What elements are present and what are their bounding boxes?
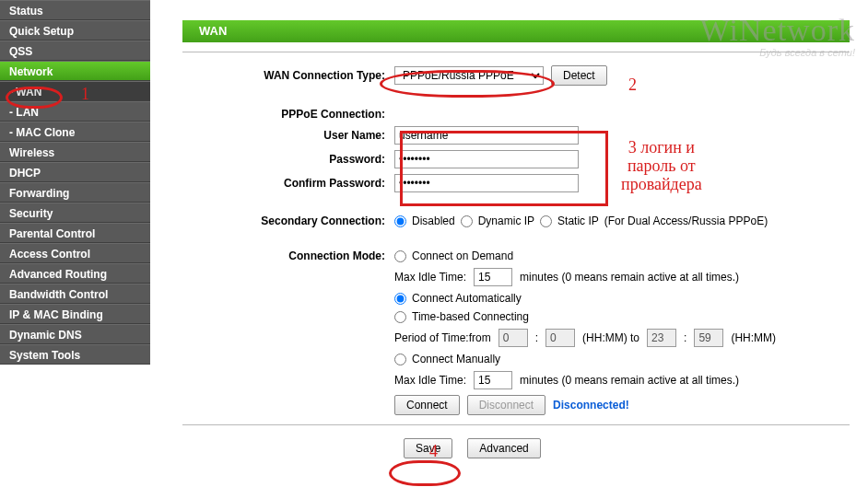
label-max-idle-1: Max Idle Time: [394,271,466,284]
confirm-password-input[interactable] [394,174,579,192]
label-password: Password: [182,153,394,166]
sidebar-item-access-control[interactable]: Access Control [0,243,150,263]
wan-connection-type-select[interactable]: PPPoE/Russia PPPoE [394,66,544,85]
save-button[interactable]: Save [404,438,452,458]
detect-button[interactable]: Detect [551,65,607,86]
sidebar-item-bandwidth-control[interactable]: Bandwidth Control [0,284,150,304]
sidebar-item-dynamic-dns[interactable]: Dynamic DNS [0,324,150,344]
connection-status: Disconnected! [553,399,629,412]
period-from-mm[interactable] [545,329,575,347]
sidebar-item-forwarding[interactable]: Forwarding [0,182,150,203]
advanced-button[interactable]: Advanced [467,438,540,458]
password-input[interactable] [394,150,579,168]
sidebar-item-quick-setup[interactable]: Quick Setup [0,20,150,41]
sidebar-item-system-tools[interactable]: System Tools [0,344,150,365]
label-period-prefix: Period of Time:from [394,331,491,344]
username-input[interactable] [394,126,579,145]
page-title: WAN [182,20,850,42]
label-idle-unit-2: minutes (0 means remain active at all ti… [520,374,739,387]
connect-button[interactable]: Connect [394,395,460,415]
label-pppoe-section: PPPoE Connection: [182,108,394,121]
radio-connect-automatically[interactable]: Connect Automatically [394,292,522,305]
sidebar-item-status[interactable]: Status [0,0,150,20]
period-from-hh[interactable] [499,329,528,347]
sidebar-item-wireless[interactable]: Wireless [0,142,150,162]
sidebar-item-mac-clone[interactable]: - MAC Clone [0,122,150,142]
sidebar-item-security[interactable]: Security [0,203,150,223]
sidebar: Status Quick Setup QSS Network - WAN - L… [0,0,150,365]
label-hhmm-to: (HH:MM) to [582,331,639,344]
period-to-hh[interactable] [647,329,676,347]
sidebar-item-ip-mac-binding[interactable]: IP & MAC Binding [0,304,150,324]
period-to-mm[interactable] [694,329,723,347]
label-username: User Name: [182,129,394,142]
divider-bottom [182,424,850,425]
radio-connect-manually[interactable]: Connect Manually [394,353,500,365]
sidebar-item-network[interactable]: Network [0,61,150,81]
label-conn-type: WAN Connection Type: [182,69,394,82]
disconnect-button[interactable]: Disconnect [467,395,545,415]
radio-time-based[interactable]: Time-based Connecting [394,310,529,323]
sidebar-item-dhcp[interactable]: DHCP [0,162,150,182]
sidebar-item-wan[interactable]: - WAN [0,81,150,101]
divider [182,52,850,52]
label-hhmm-2: (HH:MM) [731,331,776,344]
main-content: WAN WAN Connection Type: PPPoE/Russia PP… [157,0,868,487]
sidebar-item-advanced-routing[interactable]: Advanced Routing [0,263,150,284]
sidebar-item-lan[interactable]: - LAN [0,101,150,122]
sidebar-item-parental-control[interactable]: Parental Control [0,223,150,243]
label-confirm-password: Confirm Password: [182,177,394,190]
label-max-idle-2: Max Idle Time: [394,374,466,387]
radio-secondary-static[interactable]: Static IP [540,215,599,227]
secondary-note: (For Dual Access/Russia PPPoE) [604,215,768,227]
max-idle-time-input-2[interactable] [474,371,512,389]
label-secondary-connection: Secondary Connection: [182,215,394,227]
max-idle-time-input-1[interactable] [474,268,512,286]
label-idle-unit-1: minutes (0 means remain active at all ti… [520,271,739,284]
sidebar-item-qss[interactable]: QSS [0,41,150,61]
radio-secondary-dynamic[interactable]: Dynamic IP [461,215,534,227]
label-connection-mode: Connection Mode: [182,249,394,262]
radio-secondary-disabled[interactable]: Disabled [394,215,455,227]
radio-connect-on-demand[interactable]: Connect on Demand [394,249,513,262]
